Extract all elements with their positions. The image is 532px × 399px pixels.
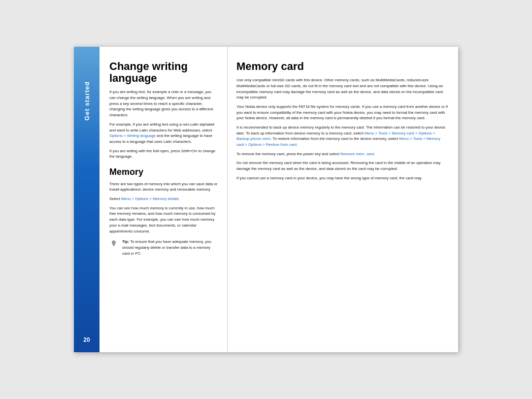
page-container: Get started 20 Change writing language I… [74,47,458,352]
sidebar: Get started 20 [74,47,100,352]
tip-label: Tip: [122,239,129,244]
memory-card-para2: Your Nokia device only supports the FAT1… [236,104,448,121]
writing-lang-para3: If you are writing with the fold open, p… [109,148,218,160]
remove-mem-card-link[interactable]: Remove mem. card. [340,152,375,156]
memory-title: Memory [109,167,218,177]
writing-lang-para2-text: For example, if you are writing text usi… [109,122,214,133]
tip-box: Tip: To ensure that you have adequate me… [109,239,218,256]
writing-language-link[interactable]: Options > Writing language [109,133,156,138]
memory-link-prefix: Select [109,197,121,201]
memory-para1: There are two types of memory into which… [109,181,218,193]
right-column: Memory card Use only compatible miniSD c… [228,47,458,352]
tip-text: Tip: To ensure that you have adequate me… [122,239,218,256]
memory-details-link[interactable]: Menu > Options > Memory details. [121,197,180,201]
writing-lang-para2: For example, if you are writing text usi… [109,122,218,145]
page-number: 20 [83,336,90,343]
content-area: Change writing language If you are writi… [100,47,458,352]
writing-lang-para1: If you are writing text, for example a n… [109,89,218,118]
tip-icon [109,239,118,248]
memory-card-para4: To remove the memory card, press the pow… [236,151,448,157]
memory-card-para6: If you cannot use a memory card in your … [236,175,448,181]
memory-card-title: Memory card [236,61,448,72]
sidebar-label: Get started [83,81,91,121]
para4-prefix: To remove the memory card, press the pow… [236,152,340,156]
change-writing-language-title: Change writing language [109,61,218,84]
para3b-text: To restore information from the memory c… [272,136,399,141]
memory-card-para1: Use only compatible miniSD cards with th… [236,77,448,100]
left-column: Change writing language If you are writi… [100,47,228,352]
memory-card-para3: It is recommended to back up device memo… [236,125,448,148]
memory-para2: You can see how much memory is currently… [109,205,218,234]
memory-details-para: Select Menu > Options > Memory details. [109,196,218,202]
tip-content: To ensure that you have adequate memory,… [122,239,211,255]
memory-card-para5: Do not remove the memory card when the c… [236,160,448,171]
